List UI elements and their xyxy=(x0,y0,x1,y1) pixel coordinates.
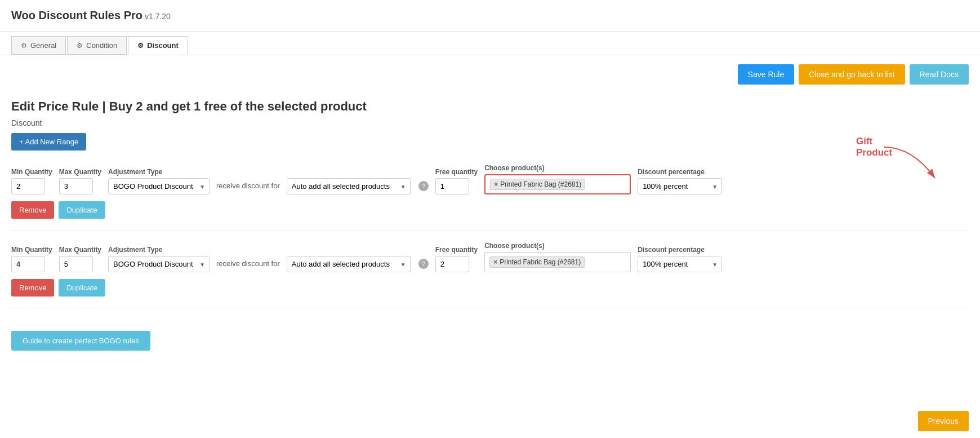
tab-discount-label: Discount xyxy=(147,41,179,50)
choose-products-label-1: Choose product(s) xyxy=(484,164,631,172)
general-icon: ⚙ xyxy=(21,42,27,50)
discount-pct-wrap-2: 100% percent 50% percent Custom xyxy=(638,256,722,272)
tab-condition-label: Condition xyxy=(86,41,117,50)
discount-icon: ⚙ xyxy=(137,42,144,50)
toolbar: Save Rule Close and go back to list Read… xyxy=(0,55,980,94)
discount-pct-select-1[interactable]: 100% percent 50% percent Custom xyxy=(638,178,722,194)
receive-select-group-2: x Auto add all selected products Auto ad… xyxy=(287,246,411,272)
help-icon-1[interactable]: ? xyxy=(418,181,429,191)
tab-general-label: General xyxy=(30,41,56,50)
gift-label: Gift Product xyxy=(856,136,901,158)
range-actions-2: Remove Duplicate xyxy=(11,279,969,297)
range-block-1: Gift Product Min Quantity Max Quantity xyxy=(11,164,969,231)
choose-products-label-2: Choose product(s) xyxy=(484,242,631,250)
app-title: Woo Discount Rules Pro xyxy=(11,9,142,21)
choose-products-box-2[interactable]: × Printed Fabric Bag (#2681) xyxy=(484,252,631,272)
max-qty-input-2[interactable] xyxy=(59,256,93,272)
tab-discount[interactable]: ⚙ Discount xyxy=(128,36,188,55)
min-qty-group-1: Min Quantity xyxy=(11,168,52,194)
receive-label-2: receive discount for xyxy=(216,259,280,272)
receive-select-wrap-1: Auto add all selected products Auto add … xyxy=(287,178,411,194)
discount-pct-label-2: Discount percentage xyxy=(638,246,722,254)
discount-pct-wrap-1: 100% percent 50% percent Custom xyxy=(638,178,722,194)
save-rule-button[interactable]: Save Rule xyxy=(738,64,795,85)
min-qty-label-2: Min Quantity xyxy=(11,246,52,254)
app-version: v1.7.20 xyxy=(145,12,171,21)
app-header: Woo Discount Rules Pro v1.7.20 xyxy=(0,0,980,32)
discount-pct-group-2: Discount percentage 100% percent 50% per… xyxy=(638,246,722,272)
close-back-button[interactable]: Close and go back to list xyxy=(799,64,905,85)
help-icon-2[interactable]: ? xyxy=(418,259,429,269)
free-qty-label-2: Free quantity xyxy=(435,246,478,254)
product-tag-text-1: Printed Fabric Bag (#2681) xyxy=(500,180,581,188)
min-qty-input-2[interactable] xyxy=(11,256,45,272)
discount-pct-label-1: Discount percentage xyxy=(638,168,722,176)
adj-type-select-wrap-2: BOGO Product Discount Percentage Discoun… xyxy=(108,256,210,272)
max-qty-group-1: Max Quantity xyxy=(59,168,101,194)
product-tag-2: × Printed Fabric Bag (#2681) xyxy=(489,256,585,268)
min-qty-group-2: Min Quantity xyxy=(11,246,52,272)
receive-label-group-1: x receive discount for xyxy=(216,171,280,194)
receive-select-wrap-2: Auto add all selected products Auto add … xyxy=(287,256,411,272)
adj-type-group-1: Adjustment Type BOGO Product Discount Pe… xyxy=(108,168,210,194)
min-qty-input-1[interactable] xyxy=(11,178,45,194)
max-qty-label-2: Max Quantity xyxy=(59,246,101,254)
range-block-2: Min Quantity Max Quantity Adjustment Typ… xyxy=(11,242,969,308)
remove-button-2[interactable]: Remove xyxy=(11,279,54,297)
free-qty-group-1: Free quantity xyxy=(435,168,478,194)
page-heading: Edit Price Rule | Buy 2 and get 1 free o… xyxy=(11,99,969,114)
duplicate-button-2[interactable]: Duplicate xyxy=(59,279,105,297)
min-qty-label-1: Min Quantity xyxy=(11,168,52,176)
choose-products-box-1[interactable]: × Printed Fabric Bag (#2681) xyxy=(484,174,631,194)
max-qty-input-1[interactable] xyxy=(59,178,93,194)
tab-condition[interactable]: ⚙ Condition xyxy=(67,36,127,55)
product-tag-text-2: Printed Fabric Bag (#2681) xyxy=(500,258,581,266)
free-qty-input-2[interactable] xyxy=(435,256,469,272)
tabs-bar: ⚙ General ⚙ Condition ⚙ Discount xyxy=(0,32,980,55)
free-qty-group-2: Free quantity xyxy=(435,246,478,272)
adj-type-label-1: Adjustment Type xyxy=(108,168,210,176)
receive-select-group-1: x Auto add all selected products Auto ad… xyxy=(287,168,411,194)
discount-pct-group-1: Discount percentage 100% percent 50% per… xyxy=(638,168,722,194)
product-tag-1: × Printed Fabric Bag (#2681) xyxy=(490,179,585,190)
adj-type-select-2[interactable]: BOGO Product Discount Percentage Discoun… xyxy=(108,256,210,272)
max-qty-group-2: Max Quantity xyxy=(59,246,101,272)
range-row-2: Min Quantity Max Quantity Adjustment Typ… xyxy=(11,242,969,272)
choose-products-group-1: Choose product(s) × Printed Fabric Bag (… xyxy=(484,164,631,194)
receive-select-2[interactable]: Auto add all selected products Auto add … xyxy=(287,256,411,272)
product-tag-x-1[interactable]: × xyxy=(494,180,498,188)
adj-type-select-wrap-1: BOGO Product Discount Percentage Discoun… xyxy=(108,178,210,194)
tab-general[interactable]: ⚙ General xyxy=(11,36,66,55)
adj-type-label-2: Adjustment Type xyxy=(108,246,210,254)
page-content: Edit Price Rule | Buy 2 and get 1 free o… xyxy=(0,94,980,384)
adj-type-group-2: Adjustment Type BOGO Product Discount Pe… xyxy=(108,246,210,272)
guide-button[interactable]: Guide to create perfect BOGO rules xyxy=(11,331,150,351)
product-tag-x-2[interactable]: × xyxy=(493,258,497,266)
duplicate-button-1[interactable]: Duplicate xyxy=(59,201,105,219)
remove-button-1[interactable]: Remove xyxy=(11,201,54,219)
receive-label-1: receive discount for xyxy=(216,182,280,194)
range-actions-1: Remove Duplicate xyxy=(11,201,969,219)
choose-products-group-2: Choose product(s) × Printed Fabric Bag (… xyxy=(484,242,631,272)
free-qty-input-1[interactable] xyxy=(435,178,469,194)
range-row-1: Min Quantity Max Quantity Adjustment Typ… xyxy=(11,164,969,194)
read-docs-button[interactable]: Read Docs xyxy=(910,64,969,85)
receive-select-1[interactable]: Auto add all selected products Auto add … xyxy=(287,178,411,194)
receive-label-group-2: x receive discount for xyxy=(216,249,280,272)
adj-type-select-1[interactable]: BOGO Product Discount Percentage Discoun… xyxy=(108,178,210,194)
section-label: Discount xyxy=(11,118,969,127)
add-new-range-button[interactable]: + Add New Range xyxy=(11,133,86,151)
max-qty-label-1: Max Quantity xyxy=(59,168,101,176)
discount-pct-select-2[interactable]: 100% percent 50% percent Custom xyxy=(638,256,722,272)
free-qty-label-1: Free quantity xyxy=(435,168,478,176)
condition-icon: ⚙ xyxy=(77,42,83,50)
